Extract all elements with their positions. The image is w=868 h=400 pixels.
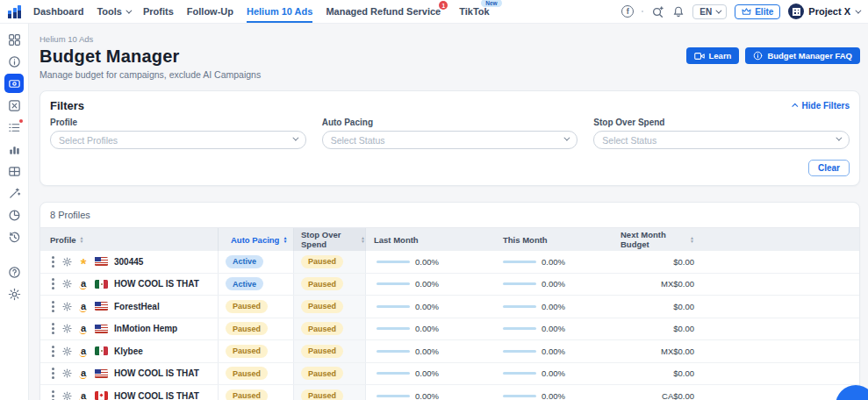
video-icon xyxy=(694,52,705,61)
last-month-value: 0.00% xyxy=(415,302,439,311)
navbar-right: f EN Elite Project X xyxy=(621,4,868,19)
progress-bar xyxy=(377,372,410,375)
row-settings-icon[interactable] xyxy=(62,346,72,356)
pie-chart-icon[interactable] xyxy=(7,208,21,222)
progress-bar xyxy=(377,305,410,308)
auto-pacing-badge: Paused xyxy=(226,322,268,335)
profile-filter-select[interactable] xyxy=(50,131,306,149)
budget-manager-faq-button[interactable]: Budget Manager FAQ xyxy=(745,47,860,64)
next-month-budget-value: $0.00 xyxy=(621,363,708,385)
progress-bar xyxy=(377,350,410,353)
progress-bar xyxy=(377,395,410,397)
column-header-auto-pacing[interactable]: Auto Pacing ▲▼ xyxy=(219,228,294,251)
page-subtitle: Manage budget for campaigns, exclude AI … xyxy=(39,69,261,80)
row-menu-button[interactable] xyxy=(52,261,54,263)
row-menu-button[interactable] xyxy=(52,327,54,330)
row-menu-button[interactable] xyxy=(52,305,54,308)
budget-manager-icon-active[interactable] xyxy=(4,74,24,93)
this-month-value: 0.00% xyxy=(542,257,565,267)
history-icon[interactable] xyxy=(7,230,21,244)
column-header-next-month-budget[interactable]: Next Month Budget ▲▼ xyxy=(621,228,708,251)
sort-icon: ▲▼ xyxy=(361,236,365,243)
facebook-icon[interactable]: f xyxy=(621,5,634,18)
settings-gear-icon[interactable] xyxy=(7,287,21,301)
country-flag-icon xyxy=(95,369,108,378)
chevron-up-icon xyxy=(792,104,798,110)
account-name: Project X xyxy=(808,6,850,17)
analytics-bars-icon[interactable] xyxy=(7,142,21,156)
progress-bar xyxy=(377,327,410,330)
row-menu-button[interactable] xyxy=(52,372,54,375)
table-row: HOW COOL IS THAT Paused Paused 0.00% 0.0… xyxy=(40,363,859,386)
progress-bar xyxy=(377,261,410,263)
country-flag-icon xyxy=(95,325,108,333)
separator-dot xyxy=(642,11,643,12)
chevron-down-icon xyxy=(855,7,861,13)
exclusions-icon[interactable] xyxy=(7,98,21,112)
nav-profits[interactable]: Profits xyxy=(143,0,174,23)
bell-icon[interactable] xyxy=(672,5,685,18)
row-menu-button[interactable] xyxy=(52,350,54,353)
progress-bar xyxy=(503,327,536,330)
table-view-icon[interactable] xyxy=(7,164,21,178)
nav-follow-up[interactable]: Follow-Up xyxy=(187,0,233,23)
profile-filter-label: Profile xyxy=(50,118,306,127)
nav-tools[interactable]: Tools xyxy=(97,0,130,23)
auto-pacing-badge: Paused xyxy=(226,345,268,358)
magic-wand-icon[interactable] xyxy=(7,186,21,200)
row-settings-icon[interactable] xyxy=(62,302,72,311)
this-month-value: 0.00% xyxy=(542,279,565,289)
stop-over-spend-badge: Paused xyxy=(301,277,343,290)
amazon-marketplace-icon xyxy=(78,323,89,334)
breadcrumb[interactable]: Helium 10 Ads xyxy=(39,34,261,44)
page-title: Budget Manager xyxy=(39,46,261,67)
row-settings-icon[interactable] xyxy=(62,257,72,267)
help-icon[interactable] xyxy=(7,265,21,279)
language-selector[interactable]: EN xyxy=(692,4,727,19)
insights-icon[interactable] xyxy=(7,54,21,68)
nav-tiktok[interactable]: TikTok New xyxy=(459,0,489,23)
info-icon xyxy=(753,51,763,61)
profiles-count: 8 Profiles xyxy=(40,203,859,228)
nav-dashboard[interactable]: Dashboard xyxy=(33,0,83,23)
column-header-stop-over-spend[interactable]: Stop Over Spend ▲▼ xyxy=(294,228,366,251)
clear-filters-button[interactable]: Clear xyxy=(808,160,850,176)
table-row: HOW COOL IS THAT Paused Paused 0.00% 0.0… xyxy=(40,385,859,400)
country-flag-icon xyxy=(95,391,108,400)
next-month-budget-value: MX$0.00 xyxy=(621,340,708,362)
row-menu-button[interactable] xyxy=(52,282,54,285)
apps-grid-icon[interactable] xyxy=(7,32,21,46)
row-menu-button[interactable] xyxy=(52,395,54,397)
stop-over-spend-filter-select[interactable] xyxy=(593,131,850,149)
notification-dot xyxy=(19,119,23,123)
row-settings-icon[interactable] xyxy=(62,279,72,289)
filters-panel: Filters Hide Filters Profile Auto Pacing xyxy=(39,90,860,186)
elite-plan-button[interactable]: Elite xyxy=(735,4,780,19)
profile-name: HOW COOL IS THAT xyxy=(114,391,199,400)
next-month-budget-value: $0.00 xyxy=(621,318,708,340)
helium10-logo-icon[interactable] xyxy=(8,5,21,18)
hide-filters-link[interactable]: Hide Filters xyxy=(793,101,850,111)
profile-name: 300445 xyxy=(114,257,143,267)
nav-helium-10-ads[interactable]: Helium 10 Ads xyxy=(247,0,312,23)
profiles-table: 8 Profiles Profile ▲▼ Auto Pacing ▲▼ Sto… xyxy=(39,202,860,400)
account-menu[interactable]: Project X xyxy=(788,4,859,19)
main-content: Helium 10 Ads Budget Manager Manage budg… xyxy=(29,24,868,400)
row-settings-icon[interactable] xyxy=(62,324,72,333)
nav-managed-refund-service[interactable]: Managed Refund Service 1 xyxy=(326,0,441,23)
column-header-profile[interactable]: Profile ▲▼ xyxy=(40,228,219,251)
auto-pacing-badge: Paused xyxy=(226,389,268,400)
learn-button[interactable]: Learn xyxy=(686,47,740,64)
stop-over-spend-badge: Paused xyxy=(301,322,343,335)
progress-bar xyxy=(503,350,536,353)
last-month-value: 0.00% xyxy=(415,346,439,356)
profile-name: HOW COOL IS THAT xyxy=(114,279,199,289)
auto-pacing-badge: Paused xyxy=(226,367,268,380)
search-plus-icon[interactable] xyxy=(651,5,664,18)
last-month-value: 0.00% xyxy=(415,368,439,378)
rules-list-icon[interactable] xyxy=(7,120,21,134)
row-settings-icon[interactable] xyxy=(62,368,72,378)
auto-pacing-filter-select[interactable] xyxy=(322,131,578,149)
new-tag: New xyxy=(481,0,501,7)
row-settings-icon[interactable] xyxy=(62,391,72,400)
